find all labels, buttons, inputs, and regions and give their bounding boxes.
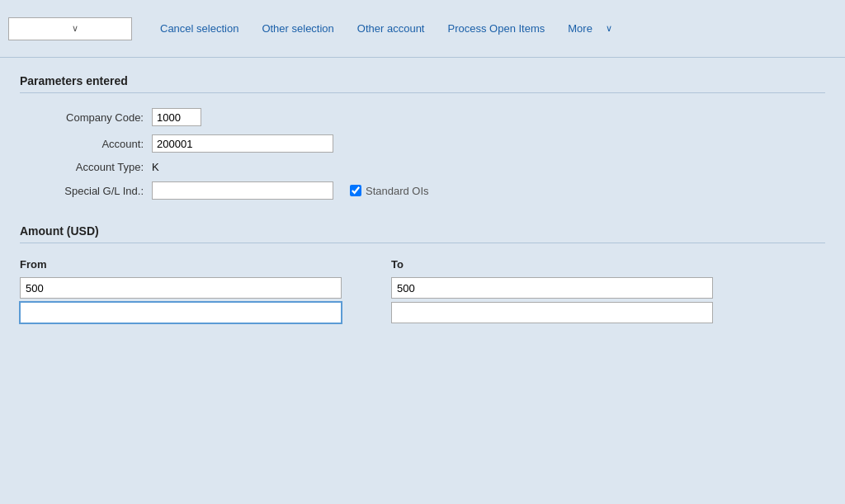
amount-grid: From To xyxy=(20,258,825,323)
company-code-row: Company Code: xyxy=(20,108,825,126)
special-gl-row: Special G/L Ind.: Standard OIs xyxy=(20,181,825,200)
amount-title: Amount (USD) xyxy=(20,224,825,238)
parameters-divider xyxy=(20,92,825,93)
account-type-value: K xyxy=(152,161,193,173)
more-menu[interactable]: More ∨ xyxy=(556,17,612,40)
cancel-selection-button[interactable]: Cancel selection xyxy=(149,17,250,40)
amount-section: Amount (USD) From To xyxy=(20,224,825,323)
special-gl-label: Special G/L Ind.: xyxy=(20,185,152,197)
more-chevron-icon: ∨ xyxy=(606,23,612,34)
to-input-1[interactable] xyxy=(391,277,713,299)
account-type-row: Account Type: K xyxy=(20,161,825,173)
other-selection-button[interactable]: Other selection xyxy=(250,17,345,40)
chevron-down-icon: ∨ xyxy=(72,23,125,34)
parameters-title: Parameters entered xyxy=(20,74,825,87)
parameters-section: Parameters entered Company Code: Account… xyxy=(20,74,825,200)
from-column: From xyxy=(20,258,342,323)
from-input-1[interactable] xyxy=(20,277,342,299)
main-content: Parameters entered Company Code: Account… xyxy=(0,58,845,340)
account-row: Account: xyxy=(20,134,825,153)
amount-divider xyxy=(20,243,825,243)
special-gl-input[interactable] xyxy=(152,181,333,200)
company-code-label: Company Code: xyxy=(20,111,152,124)
more-button[interactable]: More xyxy=(556,17,604,40)
from-label: From xyxy=(20,258,342,271)
standard-ols-label: Standard OIs xyxy=(366,185,429,197)
standard-ols-checkbox[interactable] xyxy=(350,185,361,196)
from-input-2[interactable] xyxy=(20,302,342,323)
standard-ols-area: Standard OIs xyxy=(350,185,429,197)
account-label: Account: xyxy=(20,138,152,150)
account-input[interactable] xyxy=(152,134,333,153)
toolbar: ∨ Cancel selection Other selection Other… xyxy=(0,0,845,58)
to-column: To xyxy=(391,258,713,323)
company-code-input[interactable] xyxy=(152,108,201,126)
account-type-label: Account Type: xyxy=(20,161,152,173)
to-input-2[interactable] xyxy=(391,302,713,323)
other-account-button[interactable]: Other account xyxy=(346,17,437,40)
to-label: To xyxy=(391,258,713,271)
toolbar-dropdown[interactable]: ∨ xyxy=(8,17,132,40)
process-open-items-button[interactable]: Process Open Items xyxy=(436,17,556,40)
